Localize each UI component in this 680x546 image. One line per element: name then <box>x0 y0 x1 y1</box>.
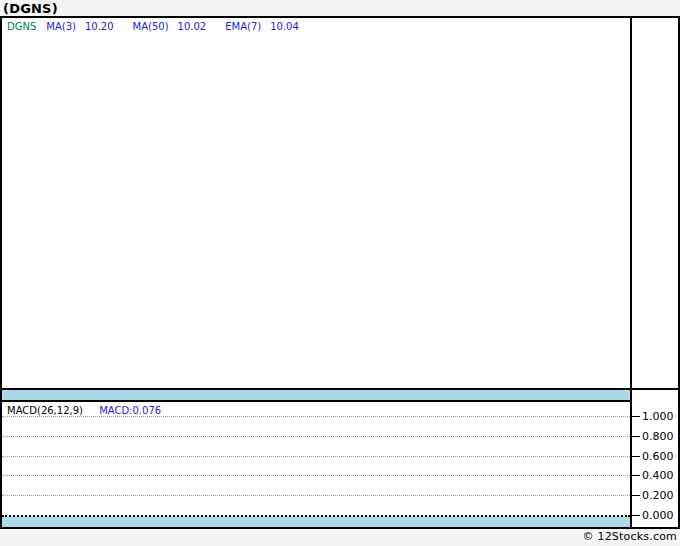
separator-band <box>2 390 630 402</box>
bottom-band <box>2 516 630 527</box>
macd-axis-tick <box>632 416 640 417</box>
macd-gridline <box>2 436 630 437</box>
macd-axis-tick-label: 0.600 <box>642 450 678 463</box>
chart-frame: DGNSMA(3)10.20MA(50)10.02EMA(7)10.04 MAC… <box>0 16 680 529</box>
legend-ema7-label: EMA(7) <box>225 21 261 32</box>
price-panel: DGNSMA(3)10.20MA(50)10.02EMA(7)10.04 <box>2 18 630 388</box>
macd-axis-tick <box>632 436 640 437</box>
page-title: (DGNS) <box>3 1 58 16</box>
macd-gridline <box>2 475 630 476</box>
legend-ema7-value: 10.04 <box>270 21 299 32</box>
macd-axis-tick-label: 0.800 <box>642 430 678 443</box>
macd-indicator-label: MACD(26,12,9) <box>7 405 83 416</box>
macd-axis-tick-label: 1.000 <box>642 410 678 423</box>
legend-ma3-value: 10.20 <box>85 21 114 32</box>
macd-panel: MACD(26,12,9) MACD:0.076 <box>2 402 630 515</box>
macd-axis-tick-label: 0.200 <box>642 489 678 502</box>
macd-axis-tick <box>632 495 640 496</box>
macd-axis-tick-label: 0.000 <box>642 509 678 522</box>
macd-gridline <box>2 456 630 457</box>
footer-credit: © 12Stocks.com <box>583 530 677 543</box>
macd-gridline <box>2 515 630 517</box>
macd-gridline <box>2 416 630 417</box>
macd-axis-tick <box>632 456 640 457</box>
legend-ma50-value: 10.02 <box>178 21 207 32</box>
macd-legend: MACD(26,12,9) MACD:0.076 <box>7 405 161 416</box>
price-legend: DGNSMA(3)10.20MA(50)10.02EMA(7)10.04 <box>7 21 318 32</box>
macd-axis-tick-label: 0.400 <box>642 469 678 482</box>
legend-ma3-label: MA(3) <box>46 21 76 32</box>
macd-axis-tick <box>632 515 640 516</box>
page: (DGNS) DGNSMA(3)10.20MA(50)10.02EMA(7)10… <box>0 0 680 546</box>
axis-divider-line <box>630 18 632 527</box>
legend-ticker: DGNS <box>7 21 36 32</box>
legend-ma50-label: MA(50) <box>133 21 169 32</box>
macd-gridline <box>2 495 630 496</box>
macd-axis-tick <box>632 475 640 476</box>
macd-value-label: MACD:0.076 <box>99 405 161 416</box>
